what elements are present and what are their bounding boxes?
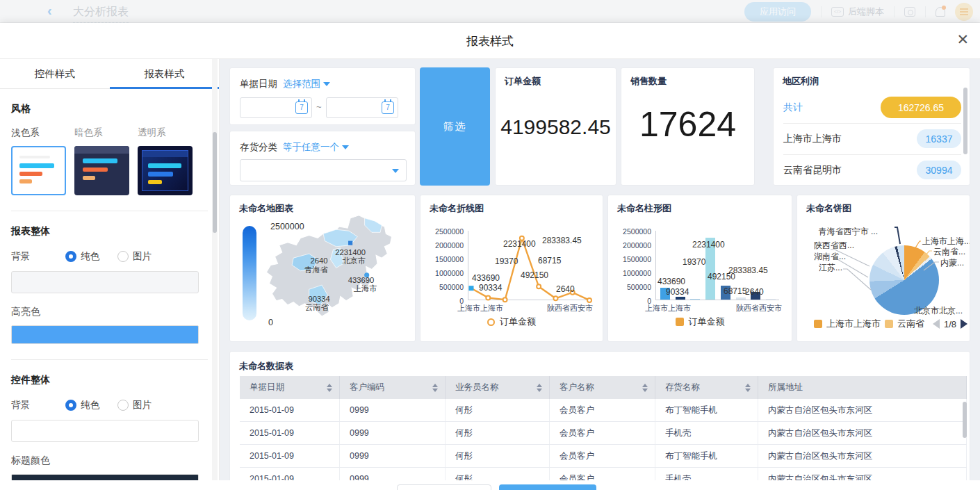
legend-marker-square — [676, 318, 684, 326]
close-icon[interactable]: ✕ — [956, 32, 969, 47]
line-chart-card: 未命名折线图 订单金额 2500000200000015000001000000… — [420, 195, 603, 342]
divider — [783, 154, 961, 155]
bar[interactable] — [676, 297, 685, 300]
tab-report-style[interactable]: 报表样式 — [110, 59, 220, 88]
china-map[interactable]: 2231400 北京市 2640 青海省 433690 上海市 90334 云南… — [259, 213, 405, 321]
calendar-icon[interactable]: 7 — [382, 101, 394, 114]
legend-label[interactable]: 上海市上海市 — [826, 318, 881, 330]
contact-card-icon[interactable] — [904, 7, 915, 17]
footer-cancel-button[interactable] — [397, 484, 491, 490]
report-overall-heading: 报表整体 — [11, 225, 208, 238]
sidebar-scrollbar[interactable] — [212, 59, 218, 490]
table-cell: 何彤 — [446, 445, 550, 467]
app-access-button[interactable]: 应用访问 — [744, 2, 811, 22]
inventory-filter-label: 存货分类 — [240, 142, 277, 152]
modal-title: 报表样式 — [0, 33, 980, 49]
x-axis-label: 陕西省西安市 — [547, 303, 593, 313]
inventory-op-dropdown[interactable]: 等于任意一个 — [283, 142, 339, 152]
radio-solid-color[interactable]: 纯色 — [65, 399, 99, 411]
topbar: ‹ 大分析报表 应用访问 </> 后端脚本 — [0, 0, 980, 23]
date-to-input[interactable]: 7 — [326, 97, 398, 118]
chevron-down-icon — [392, 169, 399, 173]
table-cell: 0999 — [340, 445, 446, 467]
date-from-input[interactable]: 7 — [240, 97, 312, 118]
bar[interactable] — [690, 299, 700, 300]
theme-thumbnail-dark[interactable] — [74, 146, 129, 195]
bar-plot-area[interactable]: 4336909033419370223140049215068715283383… — [655, 231, 779, 300]
legend-next-icon[interactable] — [961, 319, 967, 329]
table-header-cell[interactable]: 存货名称 — [655, 376, 758, 399]
style-heading: 风格 — [11, 103, 208, 115]
table-header-cell[interactable]: 业务员名称 — [446, 376, 550, 399]
table-cell: 会员客户 — [550, 422, 655, 444]
sort-icon[interactable] — [537, 384, 542, 392]
legend-pagination: 1/8 — [944, 319, 956, 329]
tab-widget-style[interactable]: 控件样式 — [0, 59, 110, 88]
pie-chart[interactable] — [869, 245, 939, 315]
table-row[interactable]: 2015-01-090999何彤会员客户手机壳内蒙古自治区包头市东河区 — [240, 422, 967, 445]
radio-image[interactable]: 图片 — [117, 250, 152, 263]
data-label: 433690 — [658, 277, 685, 286]
theme-thumbnail-transparent[interactable] — [138, 146, 193, 195]
table-header-cell[interactable]: 客户名称 — [550, 376, 655, 399]
radio-image[interactable]: 图片 — [117, 399, 152, 411]
region-profit-row: 上海市上海市16337 — [783, 123, 961, 154]
divider — [894, 6, 895, 17]
table-cell: 0999 — [340, 399, 446, 421]
kpi-sales-qty-card: 销售数量 17624 — [621, 67, 755, 186]
legend-marker-square — [814, 320, 822, 328]
title-color-label: 标题颜色 — [11, 455, 208, 467]
report-bg-input[interactable] — [11, 271, 199, 293]
province-beijing[interactable] — [348, 241, 352, 245]
date-filter-card: 单据日期选择范围 7 ~ 7 — [229, 67, 416, 125]
legend-label[interactable]: 云南省 — [897, 318, 924, 330]
radio-solid-color[interactable]: 纯色 — [65, 250, 99, 263]
divider — [11, 211, 208, 211]
table-cell: 会员客户 — [550, 399, 655, 421]
region-profit-scrollbar[interactable] — [963, 88, 967, 154]
table-row[interactable]: 2015-01-090999何彤会员客户布丁智能手机内蒙古自治区包头市东河区 — [240, 399, 967, 422]
line-chart-title: 未命名折线图 — [430, 202, 484, 215]
legend-label[interactable]: 订单金额 — [500, 316, 536, 328]
table-scrollbar[interactable] — [963, 402, 967, 438]
widget-bg-input[interactable] — [11, 420, 199, 442]
highlight-color-swatch[interactable] — [11, 325, 199, 344]
filter-button[interactable]: 筛选 — [420, 67, 490, 186]
table-header-cell[interactable]: 单据日期 — [240, 376, 340, 399]
line-plot-area[interactable]: 4336909033419370223140049215068715283383… — [468, 231, 591, 300]
legend-label[interactable]: 订单金额 — [689, 316, 725, 328]
data-point-marker — [553, 296, 557, 300]
inventory-select[interactable] — [240, 159, 407, 181]
bar[interactable] — [736, 297, 746, 300]
sort-icon[interactable] — [642, 384, 648, 392]
back-icon[interactable]: ‹ — [47, 3, 52, 19]
table-header-cell[interactable]: 所属地址 — [758, 376, 967, 399]
style-option-dark[interactable]: 暗色系 — [74, 126, 138, 139]
sort-icon[interactable] — [327, 384, 332, 392]
region-profit-row: 云南省昆明市30994 — [783, 154, 961, 186]
data-label: 68715 — [724, 286, 746, 296]
calendar-icon[interactable]: 7 — [295, 101, 308, 114]
data-point-marker — [587, 298, 591, 302]
theme-thumbnail-light[interactable] — [11, 146, 66, 195]
data-label: 19370 — [683, 257, 705, 267]
style-option-light[interactable]: 浅色系 — [11, 126, 74, 139]
backend-script-button[interactable]: </> 后端脚本 — [831, 6, 884, 18]
y-axis-tick: 2500000 — [614, 227, 651, 236]
legend-prev-icon[interactable] — [933, 319, 940, 329]
y-axis-tick: 2500000 — [426, 227, 464, 236]
x-axis-label: 陕西省西安市 — [736, 303, 782, 313]
style-option-transparent[interactable]: 透明系 — [138, 126, 201, 139]
footer-confirm-button[interactable] — [499, 484, 596, 490]
sort-icon[interactable] — [745, 384, 751, 392]
date-op-dropdown[interactable]: 选择范围 — [283, 79, 320, 89]
sort-icon[interactable] — [432, 384, 438, 392]
bar[interactable] — [766, 299, 776, 300]
avatar[interactable] — [955, 3, 973, 21]
table-row[interactable]: 2015-01-090999何彤会员客户布丁智能手机内蒙古自治区包头市东河区 — [240, 445, 967, 468]
table-header-cell[interactable]: 客户编码 — [340, 376, 446, 399]
legend-marker-circle — [487, 318, 495, 326]
report-canvas: 单据日期选择范围 7 ~ 7 存货分类等于任意一个 筛选 订单金额 419958… — [220, 59, 980, 490]
y-axis-tick: 2000000 — [614, 241, 651, 250]
notification-bell-icon[interactable] — [936, 7, 945, 17]
